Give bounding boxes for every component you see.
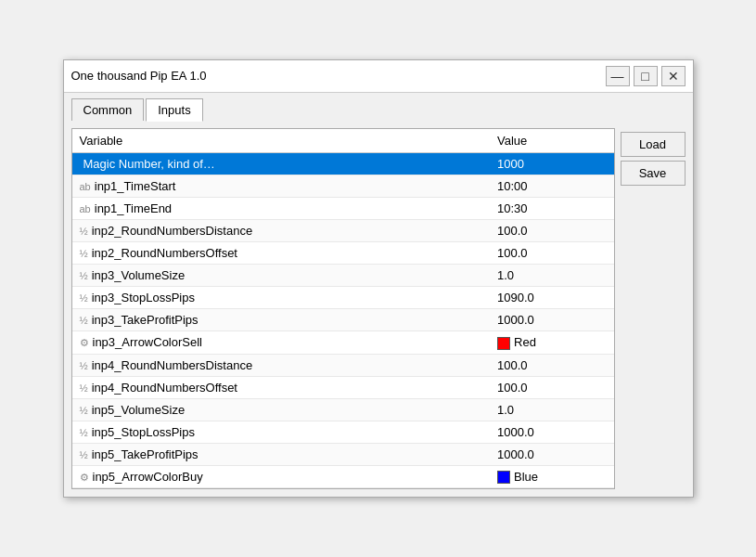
table-cell-variable: abinp1_TimeStart — [72, 175, 491, 197]
half-type-icon: ½ — [80, 248, 88, 259]
table-row[interactable]: Magic Number, kind of…1000 — [72, 152, 614, 175]
ab-type-icon: ab — [80, 181, 91, 192]
tab-bar: Common Inputs — [64, 93, 693, 121]
variables-table: Variable Value Magic Number, kind of…100… — [72, 129, 614, 488]
table-cell-variable: ½inp5_StopLossPips — [72, 421, 491, 443]
table-row[interactable]: ½inp3_VolumeSize1.0 — [72, 264, 614, 286]
window-title: One thousand Pip EA 1.0 — [71, 69, 207, 83]
table-cell-value: 100.0 — [490, 241, 613, 264]
half-type-icon: ½ — [80, 449, 88, 460]
color-swatch — [497, 471, 510, 484]
table-row[interactable]: ½inp2_RoundNumbersDistance100.0 — [72, 219, 614, 241]
table-cell-variable: ½inp3_VolumeSize — [72, 264, 491, 286]
table-cell-variable: ⚙inp3_ArrowColorSell — [72, 330, 491, 354]
table-cell-variable: abinp1_TimeEnd — [72, 197, 491, 219]
tab-inputs[interactable]: Inputs — [146, 98, 202, 122]
table-row[interactable]: ½inp5_VolumeSize1.0 — [72, 398, 614, 421]
table-cell-value: Blue — [490, 465, 613, 488]
color-type-icon: ⚙ — [80, 337, 89, 349]
column-variable: Variable — [72, 129, 491, 153]
content-area: Variable Value Magic Number, kind of…100… — [64, 121, 693, 497]
table-body: Magic Number, kind of…1000abinp1_TimeSta… — [72, 152, 614, 487]
window-controls: — □ ✕ — [606, 66, 686, 86]
table-cell-variable: ½inp4_RoundNumbersOffset — [72, 376, 491, 398]
half-type-icon: ½ — [80, 427, 88, 438]
table-cell-variable: ½inp3_StopLossPips — [72, 286, 491, 308]
table-cell-value: 1.0 — [490, 398, 613, 421]
close-button[interactable]: ✕ — [661, 66, 686, 86]
table-cell-value: 1000.0 — [490, 308, 613, 330]
tab-common[interactable]: Common — [71, 98, 145, 121]
table-header-row: Variable Value — [72, 129, 614, 153]
table-cell-value: 1090.0 — [490, 286, 613, 308]
table-row[interactable]: ½inp2_RoundNumbersOffset100.0 — [72, 241, 614, 264]
table-row[interactable]: ½inp4_RoundNumbersDistance100.0 — [72, 354, 614, 376]
half-type-icon: ½ — [80, 405, 88, 416]
table-cell-value: 10:30 — [490, 197, 613, 219]
table-cell-variable: ½inp2_RoundNumbersDistance — [72, 219, 491, 241]
table-cell-variable: ½inp5_TakeProfitPips — [72, 443, 491, 465]
table-cell-variable: ½inp3_TakeProfitPips — [72, 308, 491, 330]
half-type-icon: ½ — [80, 315, 88, 326]
half-type-icon: ½ — [80, 226, 88, 237]
half-type-icon: ½ — [80, 270, 88, 281]
half-type-icon: ½ — [80, 382, 88, 394]
half-type-icon: ½ — [80, 360, 88, 371]
table-cell-value: 100.0 — [490, 376, 613, 398]
table-cell-variable: Magic Number, kind of… — [72, 152, 491, 175]
title-bar: One thousand Pip EA 1.0 — □ ✕ — [64, 60, 693, 93]
table-row[interactable]: abinp1_TimeEnd10:30 — [72, 197, 614, 219]
table-cell-value: 100.0 — [490, 354, 613, 376]
table-cell-value: 1000 — [490, 152, 613, 175]
table-cell-value: 10:00 — [490, 175, 613, 197]
table-row[interactable]: ½inp3_StopLossPips1090.0 — [72, 286, 614, 308]
variables-table-container: Variable Value Magic Number, kind of…100… — [71, 128, 615, 489]
table-row[interactable]: ⚙inp3_ArrowColorSellRed — [72, 330, 614, 354]
half-type-icon: ½ — [80, 292, 88, 304]
table-row[interactable]: ½inp3_TakeProfitPips1000.0 — [72, 308, 614, 330]
table-cell-variable: ½inp2_RoundNumbersOffset — [72, 241, 491, 264]
table-cell-variable: ½inp4_RoundNumbersDistance — [72, 354, 491, 376]
table-cell-value: 1000.0 — [490, 421, 613, 443]
table-cell-value: 1.0 — [490, 264, 613, 286]
sidebar-buttons: Load Save — [621, 128, 686, 489]
minimize-button[interactable]: — — [606, 66, 630, 86]
table-cell-value: Red — [490, 330, 613, 354]
maximize-button[interactable]: □ — [634, 66, 658, 86]
table-row[interactable]: ½inp4_RoundNumbersOffset100.0 — [72, 376, 614, 398]
table-cell-variable: ⚙inp5_ArrowColorBuy — [72, 465, 491, 488]
table-row[interactable]: ⚙inp5_ArrowColorBuyBlue — [72, 465, 614, 488]
main-window: One thousand Pip EA 1.0 — □ ✕ Common Inp… — [63, 59, 694, 498]
ab-type-icon: ab — [80, 203, 91, 214]
load-button[interactable]: Load — [621, 132, 686, 157]
column-value: Value — [490, 129, 613, 153]
table-row[interactable]: abinp1_TimeStart10:00 — [72, 175, 614, 197]
color-swatch — [497, 337, 510, 350]
table-cell-variable: ½inp5_VolumeSize — [72, 398, 491, 421]
table-row[interactable]: ½inp5_TakeProfitPips1000.0 — [72, 443, 614, 465]
table-cell-value: 1000.0 — [490, 443, 613, 465]
table-cell-value: 100.0 — [490, 219, 613, 241]
color-type-icon: ⚙ — [80, 472, 89, 484]
table-row[interactable]: ½inp5_StopLossPips1000.0 — [72, 421, 614, 443]
save-button[interactable]: Save — [621, 161, 686, 186]
